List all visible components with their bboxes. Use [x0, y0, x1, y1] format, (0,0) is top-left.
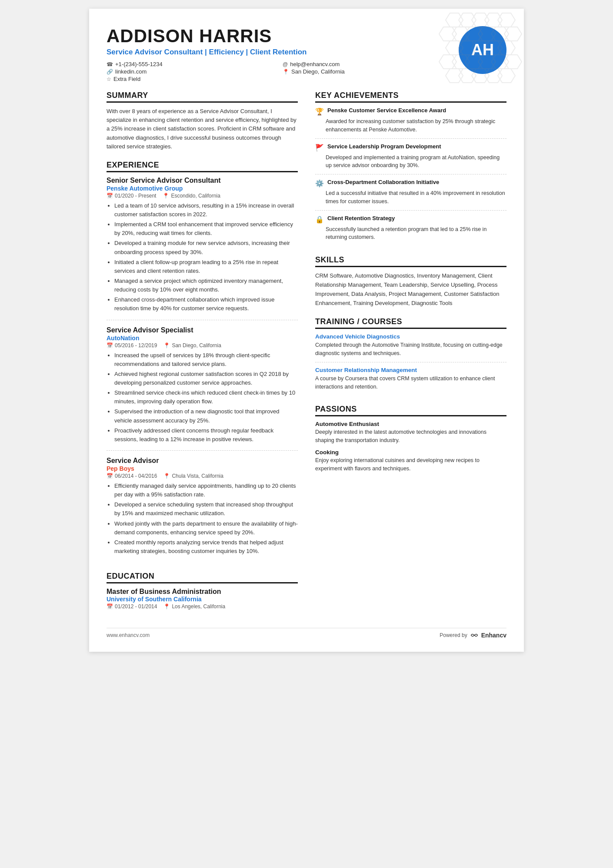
achievement-title-1: Penske Customer Service Excellence Award [327, 107, 446, 114]
job-meta-2: 📅 05/2016 - 12/2019 📍 San Diego, Califor… [107, 342, 298, 349]
powered-by-text: Powered by [440, 632, 467, 638]
contact-linkedin: 🔗 linkedin.com [107, 68, 270, 75]
job-meta-3: 📅 06/2014 - 04/2016 📍 Chula Vista, Calif… [107, 473, 298, 479]
job-company-2: AutoNation [107, 335, 298, 342]
achievement-desc-4: Successfully launched a retention progra… [315, 225, 506, 242]
job-block-1: Senior Service Advisor Consultant Penske… [107, 177, 298, 320]
job-title-3: Service Advisor [107, 457, 298, 465]
edu-meta-1: 📅 01/2012 - 01/2014 📍 Los Angeles, Calif… [107, 603, 298, 610]
contact-location: 📍 San Diego, California [283, 68, 446, 75]
achievement-desc-3: Led a successful initiative that resulte… [315, 189, 506, 206]
candidate-title: Service Advisor Consultant | Efficiency … [107, 48, 446, 57]
calendar-icon-1: 📅 [107, 193, 113, 199]
extra-text: Extra Field [113, 76, 140, 82]
job-bullets-2: Increased the upsell of services by 18% … [107, 351, 298, 444]
bullet-2-1: Achieved highest regional customer satis… [114, 370, 298, 387]
pin-icon-edu: 📍 [163, 603, 170, 610]
edu-school-1: University of Southern California [107, 596, 298, 603]
job-block-3: Service Advisor Pep Boys 📅 06/2014 - 04/… [107, 457, 298, 562]
header: ADDISON HARRIS Service Advisor Consultan… [107, 26, 506, 82]
linkedin-text: linkedin.com [115, 68, 147, 75]
bullet-2-4: Proactively addressed client concerns th… [114, 426, 298, 444]
passion-title-2: Cooking [315, 449, 506, 456]
star-icon: ☆ [107, 76, 111, 82]
achievement-header-3: ⚙️ Cross-Department Collaboration Initia… [315, 179, 506, 188]
gear-icon: ⚙️ [315, 179, 324, 188]
achievement-1: 🏆 Penske Customer Service Excellence Awa… [315, 107, 506, 139]
svg-marker-0 [446, 13, 463, 27]
footer: www.enhancv.com Powered by Enhancv [107, 628, 506, 639]
resume-container: ADDISON HARRIS Service Advisor Consultan… [89, 9, 524, 652]
edu-date-1: 📅 01/2012 - 01/2014 [107, 603, 157, 610]
job-company-3: Pep Boys [107, 465, 298, 472]
passion-title-1: Automotive Enthusiast [315, 421, 506, 427]
experience-title: EXPERIENCE [107, 161, 298, 172]
contact-grid: ☎ +1-(234)-555-1234 @ help@enhancv.com 🔗… [107, 61, 446, 82]
job-bullets-3: Efficiently managed daily service appoin… [107, 482, 298, 556]
location-icon: 📍 [283, 69, 289, 75]
training-desc-1: Completed through the Automotive Trainin… [315, 341, 506, 358]
job-block-2: Service Advisor Specialist AutoNation 📅 … [107, 326, 298, 451]
achievement-title-2: Service Leadership Program Development [327, 143, 441, 150]
svg-marker-21 [504, 55, 522, 69]
achievement-4: 🔒 Client Retention Strategy Successfully… [315, 215, 506, 246]
job-location-1: 📍 Escondido, California [163, 193, 220, 199]
passion-1: Automotive Enthusiast Deeply interested … [315, 421, 506, 445]
pin-icon-1: 📍 [163, 193, 169, 199]
job-meta-1: 📅 01/2020 - Present 📍 Escondido, Califor… [107, 193, 298, 199]
achievement-header-1: 🏆 Penske Customer Service Excellence Awa… [315, 107, 506, 116]
svg-marker-4 [498, 13, 515, 27]
svg-marker-10 [504, 27, 522, 41]
left-column: SUMMARY With over 8 years of experience … [107, 91, 298, 619]
svg-marker-2 [472, 13, 489, 27]
two-column-layout: SUMMARY With over 8 years of experience … [107, 91, 506, 619]
edu-block-1: Master of Business Administration Univer… [107, 588, 298, 610]
header-right: AH [446, 26, 506, 74]
bullet-2-2: Streamlined service check-ins which redu… [114, 389, 298, 406]
bullet-3-3: Created monthly reports analyzing servic… [114, 538, 298, 556]
bullet-3-2: Worked jointly with the parts department… [114, 519, 298, 537]
calendar-icon-2: 📅 [107, 342, 113, 349]
bullet-2-0: Increased the upsell of services by 18% … [114, 351, 298, 369]
bullet-1-1: Implemented a CRM tool enhancement that … [114, 220, 298, 238]
training-2: Customer Relationship Management A cours… [315, 367, 506, 395]
job-date-1: 📅 01/2020 - Present [107, 193, 156, 199]
bullet-1-4: Managed a service project which optimize… [114, 277, 298, 294]
training-section: TRAINING / COURSES Advanced Vehicle Diag… [315, 317, 506, 395]
trophy-icon: 🏆 [315, 107, 324, 116]
svg-marker-26 [498, 69, 515, 83]
contact-extra: ☆ Extra Field [107, 76, 270, 82]
training-desc-2: A course by Coursera that covers CRM sys… [315, 375, 506, 391]
job-title-2: Service Advisor Specialist [107, 326, 298, 334]
education-title: EDUCATION [107, 572, 298, 583]
summary-text: With over 8 years of experience as a Ser… [107, 107, 298, 151]
bullet-1-2: Developed a training module for new serv… [114, 239, 298, 256]
achievements-title: KEY ACHIEVEMENTS [315, 91, 506, 103]
svg-marker-1 [459, 13, 476, 27]
job-title-1: Senior Service Advisor Consultant [107, 177, 298, 184]
brand-name: Enhancv [481, 632, 506, 639]
summary-section: SUMMARY With over 8 years of experience … [107, 91, 298, 151]
education-section: EDUCATION Master of Business Administrat… [107, 572, 298, 610]
training-title: TRAINING / COURSES [315, 317, 506, 329]
training-name-2: Customer Relationship Management [315, 367, 506, 373]
training-name-1: Advanced Vehicle Diagnostics [315, 333, 506, 340]
contact-email: @ help@enhancv.com [283, 61, 446, 67]
calendar-icon-3: 📅 [107, 473, 113, 479]
job-date-2: 📅 05/2016 - 12/2019 [107, 342, 157, 349]
flag-icon: 🚩 [315, 144, 324, 152]
passions-section: PASSIONS Automotive Enthusiast Deeply in… [315, 405, 506, 473]
header-left: ADDISON HARRIS Service Advisor Consultan… [107, 26, 446, 82]
achievement-2: 🚩 Service Leadership Program Development… [315, 143, 506, 175]
contact-phone: ☎ +1-(234)-555-1234 [107, 61, 270, 67]
enhancv-logo-icon [470, 632, 479, 638]
email-icon: @ [283, 61, 288, 67]
svg-marker-22 [446, 69, 463, 83]
avatar: AH [459, 26, 506, 74]
pin-icon-2: 📍 [163, 342, 170, 349]
job-company-1: Penske Automotive Group [107, 185, 298, 192]
achievement-header-2: 🚩 Service Leadership Program Development [315, 143, 506, 152]
achievement-3: ⚙️ Cross-Department Collaboration Initia… [315, 179, 506, 211]
achievement-title-4: Client Retention Strategy [327, 215, 395, 221]
passion-2: Cooking Enjoy exploring international cu… [315, 449, 506, 473]
